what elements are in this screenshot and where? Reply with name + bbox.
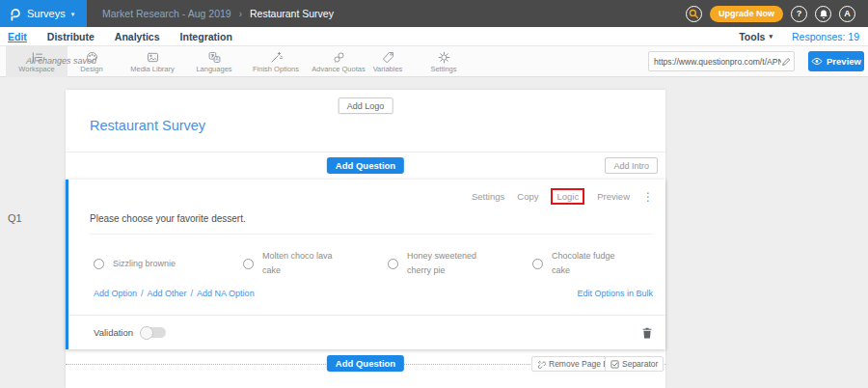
question-text[interactable]: Please choose your favorite dessert.	[90, 213, 653, 235]
search-icon	[689, 9, 699, 19]
broken-link-icon	[537, 360, 546, 369]
option-label: Sizzling brownie	[113, 257, 192, 271]
breadcrumb-current: Restaurant Survey	[250, 8, 334, 19]
help-icon: ?	[797, 9, 802, 18]
toolbar-item-media-library[interactable]: Media Library	[122, 48, 183, 73]
option-label: Honey sweetened cherry pie	[407, 249, 486, 278]
search-button[interactable]	[686, 6, 702, 22]
question-preview-action[interactable]: Preview	[597, 191, 630, 202]
radio-button[interactable]	[94, 259, 104, 269]
bell-icon	[819, 9, 828, 19]
preview-label: Preview	[827, 56, 861, 67]
upgrade-now-button[interactable]: Upgrade Now	[710, 6, 783, 22]
toolbar-item-languages[interactable]: A Languages	[183, 48, 245, 73]
media-library-icon	[122, 48, 183, 64]
nav-right: Tools ▾ Responses: 19	[739, 31, 868, 42]
add-intro-button[interactable]: Add Intro	[605, 157, 658, 174]
separator-label: Separator	[622, 359, 658, 369]
question-index-label: Q1	[8, 212, 22, 224]
eye-icon	[811, 57, 823, 66]
answer-option-1: Sizzling brownie	[94, 241, 192, 286]
chevron-down-icon: ▾	[71, 11, 75, 18]
section-nav: Edit Distribute Analytics Integration To…	[0, 27, 868, 46]
preview-button[interactable]: Preview	[808, 51, 864, 71]
tools-menu[interactable]: Tools ▾	[739, 31, 773, 42]
tools-label: Tools	[739, 31, 765, 42]
chevron-down-icon: ▾	[769, 33, 773, 41]
tab-integration[interactable]: Integration	[180, 31, 232, 42]
answer-option-2: Molten choco lava cake	[243, 241, 341, 286]
toolbar-item-finish-options[interactable]: Finish Options	[245, 48, 307, 73]
add-logo-button[interactable]: Add Logo	[339, 97, 393, 114]
breadcrumb-separator-icon: ›	[239, 9, 242, 19]
finish-options-icon	[245, 48, 307, 64]
pencil-icon	[781, 57, 791, 67]
link-separator: /	[191, 289, 194, 298]
question-logic-action[interactable]: Logic	[551, 188, 584, 205]
responses-count[interactable]: Responses: 19	[792, 31, 859, 42]
delete-question-button[interactable]	[641, 326, 653, 340]
answer-option-3: Honey sweetened cherry pie	[388, 241, 486, 286]
tab-distribute[interactable]: Distribute	[47, 31, 95, 42]
answer-option-4: Chocolate fudge cake	[532, 241, 631, 286]
validation-row: Validation	[68, 315, 665, 349]
avatar-initial: A	[844, 9, 851, 18]
help-button[interactable]: ?	[791, 6, 807, 22]
survey-title[interactable]: Restaurant Survey	[90, 118, 205, 133]
add-option-link[interactable]: Add Option	[94, 289, 137, 298]
edit-options-in-bulk-link[interactable]: Edit Options in Bulk	[577, 289, 653, 298]
questionpro-logo-icon	[9, 6, 21, 22]
checkbox-checked-icon	[610, 360, 619, 369]
question-settings-action[interactable]: Settings	[472, 191, 504, 202]
settings-icon	[413, 48, 475, 64]
option-links: Add Option / Add Other / Add NA Option	[94, 289, 255, 298]
autosave-status: All changes saved	[0, 56, 96, 66]
radio-button[interactable]	[532, 259, 543, 269]
upgrade-now-label: Upgrade Now	[719, 9, 774, 18]
topbar-actions: Upgrade Now ? A	[686, 6, 868, 22]
survey-url-input[interactable]	[654, 57, 781, 67]
notifications-button[interactable]	[815, 6, 831, 22]
tab-analytics[interactable]: Analytics	[115, 31, 160, 42]
add-question-button-bottom[interactable]: Add Question	[327, 355, 404, 372]
add-question-label: Add Question	[336, 160, 395, 171]
breadcrumb-parent[interactable]: Market Research - Aug 2019	[102, 8, 231, 19]
account-avatar[interactable]: A	[839, 6, 855, 22]
question-copy-action[interactable]: Copy	[517, 191, 538, 202]
variables-icon	[357, 48, 419, 64]
add-other-link[interactable]: Add Other	[148, 289, 187, 298]
surveys-menu[interactable]: Surveys ▾	[0, 0, 87, 27]
validation-label: Validation	[94, 327, 133, 338]
intro-row: Add Question Add Intro	[66, 152, 665, 180]
option-label: Chocolate fudge cake	[552, 249, 631, 278]
survey-url-field	[648, 51, 795, 71]
add-question-button-top[interactable]: Add Question	[327, 157, 404, 174]
breadcrumb: Market Research - Aug 2019 › Restaurant …	[102, 8, 334, 19]
kebab-menu-icon[interactable]: ⋮	[642, 190, 654, 204]
toolbar-item-variables[interactable]: Variables	[357, 48, 419, 73]
trash-icon	[641, 326, 653, 340]
radio-button[interactable]	[243, 259, 254, 269]
languages-icon: A	[183, 48, 245, 64]
questionpro-survey-editor: Surveys ▾ Market Research - Aug 2019 › R…	[0, 0, 868, 388]
toggle-knob	[140, 326, 153, 340]
add-na-option-link[interactable]: Add NA Option	[197, 289, 255, 298]
topbar: Surveys ▾ Market Research - Aug 2019 › R…	[0, 0, 868, 27]
edit-url-button[interactable]	[781, 57, 791, 67]
link-separator: /	[141, 289, 144, 298]
toolbar-item-settings[interactable]: Settings	[413, 48, 475, 73]
add-question-label: Add Question	[336, 358, 395, 369]
question-actions: Settings Copy Logic Preview ⋮	[472, 188, 654, 205]
question-block: Settings Copy Logic Preview ⋮ Please cho…	[66, 180, 665, 349]
nav-tabs: Edit Distribute Analytics Integration	[0, 31, 232, 42]
surveys-menu-label: Surveys	[27, 8, 66, 19]
add-intro-label: Add Intro	[613, 161, 649, 171]
add-logo-label: Add Logo	[347, 101, 385, 111]
radio-button[interactable]	[388, 259, 398, 269]
option-label: Molten choco lava cake	[262, 249, 341, 278]
editor-toolbar: Workspace Design Media Library	[0, 46, 868, 77]
separator-toggle-button[interactable]: Separator	[605, 356, 664, 372]
tab-edit[interactable]: Edit	[8, 31, 27, 42]
validation-toggle[interactable]	[141, 327, 166, 338]
